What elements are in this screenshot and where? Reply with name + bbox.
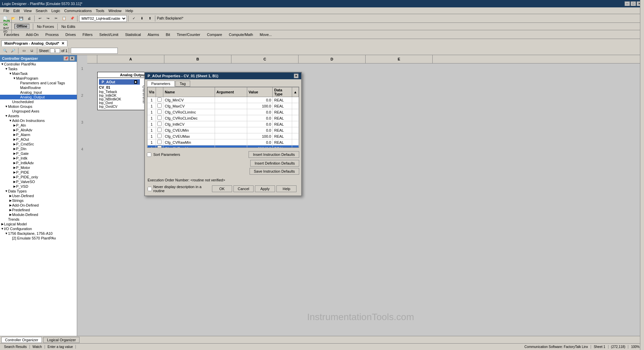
menu-view[interactable]: View	[22, 8, 34, 13]
compare-tab[interactable]: Compare	[204, 32, 225, 37]
sidebar-item-mainroutine[interactable]: MainRoutine	[0, 85, 77, 90]
table-row[interactable]: 1 Cfg_CVEUMax 100.0 REAL	[148, 133, 299, 139]
cell-check-1[interactable]	[156, 103, 163, 109]
download-btn[interactable]: ⬇	[138, 15, 146, 22]
undo-btn[interactable]: ↩	[36, 15, 44, 22]
never-display-checkbox[interactable]	[148, 187, 152, 191]
sidebar-item-strings[interactable]: ▶Strings	[0, 198, 77, 203]
select-limit-tab[interactable]: Select/Limit	[97, 32, 121, 37]
sidebar-item-predefined[interactable]: ▶Predefined	[0, 208, 77, 212]
cell-check-5[interactable]	[156, 127, 163, 133]
sidebar-item-motion_groups[interactable]: ▼Motion Groups	[0, 104, 77, 109]
sheet-input[interactable]	[50, 48, 60, 53]
sidebar-item-user_defined[interactable]: ▶User-Defined	[0, 193, 77, 198]
menu-file[interactable]: File	[1, 8, 11, 13]
sidebar-item-backplane[interactable]: ▼1756 Backplane, 1756-A10	[0, 231, 77, 236]
dialog-tab-tag[interactable]: Tag	[175, 81, 190, 87]
sidebar-item-analog_input[interactable]: Analog_Input	[0, 90, 77, 95]
sidebar-item-unscheduled[interactable]: Unscheduled	[0, 99, 77, 104]
sidebar-item-p_pide[interactable]: ▶P_PIDE	[0, 170, 77, 175]
help-button[interactable]: Help	[276, 185, 297, 192]
cell-check-2[interactable]	[156, 109, 163, 115]
sidebar-item-p_aln[interactable]: ▶P_Aln	[0, 123, 77, 128]
table-row[interactable]: 1 Cfg_CVRoCLimDec 0.0 REAL	[148, 115, 299, 121]
table-row[interactable]: 1 Cfg_CVRawMax 30840.0 REAL	[148, 145, 299, 148]
right-scrollbar[interactable]	[640, 0, 644, 350]
sidebar-item-io_configuration[interactable]: ▼I/O Configuration	[0, 226, 77, 231]
sidebar-item-p_vsd[interactable]: ▶P_VSD	[0, 184, 77, 189]
maximize-btn[interactable]: □	[631, 1, 636, 6]
zoom-out-btn[interactable]: 🔍	[1, 47, 9, 54]
alarms-tab[interactable]: Alarms	[145, 32, 162, 37]
sidebar-item-ungrouped_axes[interactable]: Ungrouped Axes	[0, 109, 77, 114]
sidebar-item-addon_instructions[interactable]: ▼Add-On Instructions	[0, 118, 77, 123]
cell-check-3[interactable]	[156, 115, 163, 121]
sidebar-item-p_motor[interactable]: ▶P_Motor	[0, 165, 77, 170]
fav-tab[interactable]: Favorites	[1, 32, 22, 37]
sidebar-item-addon_defined[interactable]: ▶Add-On-Defined	[0, 203, 77, 208]
dialog-tab-parameters[interactable]: Parameters	[147, 81, 175, 87]
copy-btn[interactable]: 📋	[60, 15, 68, 22]
table-row[interactable]: 1 Cfg_MinCV 0.0 REAL	[148, 97, 299, 103]
menu-tools[interactable]: Tools	[94, 8, 106, 13]
sidebar-item-p_pide_only[interactable]: ▶P_PIDE_only	[0, 175, 77, 179]
sidebar-close-btn[interactable]: ✕	[69, 56, 75, 61]
sidebar-item-mainprogram[interactable]: ▼MainProgram	[0, 76, 77, 81]
watch-label[interactable]: Watch	[30, 345, 45, 349]
sidebar-item-p_intlkadv[interactable]: ▶P_IntlkAdv	[0, 161, 77, 165]
sidebar-item-p_gate[interactable]: ▶P_Gate	[0, 151, 77, 156]
menu-communications[interactable]: Communications	[62, 8, 94, 13]
timer-counter-tab[interactable]: Timer/Counter	[174, 32, 203, 37]
dialog-close-btn[interactable]: ✕	[294, 74, 299, 78]
save-btn[interactable]: 💾	[17, 15, 25, 22]
verify-btn[interactable]: ✓	[130, 15, 138, 22]
table-row[interactable]: 1 Cfg_IntlkCV 0.0 REAL	[148, 121, 299, 127]
cell-check-0[interactable]	[156, 97, 163, 103]
menu-window[interactable]: Window	[106, 8, 123, 13]
apply-button[interactable]: Apply	[255, 185, 275, 192]
branch-btn[interactable]: ⊔	[28, 47, 36, 54]
sidebar-item-p_alarm[interactable]: ▶P_Alarm	[0, 132, 77, 137]
bit-tab[interactable]: Bit	[163, 32, 173, 37]
bottom-tab-controller[interactable]: Controller Organizer	[1, 337, 42, 343]
addon-tab[interactable]: Add-On	[23, 32, 41, 37]
sidebar-item-tasks[interactable]: ▼Tasks	[0, 67, 77, 71]
sidebar-item-analog_output[interactable]: Analog_Output	[0, 95, 77, 99]
cell-check-4[interactable]	[156, 121, 163, 127]
sidebar-item-p_valveso[interactable]: ▶P_ValveSO	[0, 179, 77, 184]
sidebar-item-p_intlk[interactable]: ▶P_Intlk	[0, 156, 77, 161]
zoom-in-btn[interactable]: 🔎	[9, 47, 17, 54]
print-btn[interactable]: 🖨	[25, 15, 33, 22]
compute-math-tab[interactable]: Compute/Math	[226, 32, 256, 37]
sidebar-item-emulate[interactable]: [2] Emulate 5570 PlantPAx	[0, 236, 77, 240]
sidebar-pin-btn[interactable]: 📌	[63, 56, 69, 61]
sidebar-item-p_din[interactable]: ▶P_DIn	[0, 146, 77, 151]
menu-logic[interactable]: Logic	[49, 8, 62, 13]
table-row[interactable]: 1 Cfg_CVRoCLimInc 0.0 REAL	[148, 109, 299, 115]
sidebar-item-module_defined[interactable]: ▶Module-Defined	[0, 212, 77, 217]
statistical-tab[interactable]: Statistical	[122, 32, 144, 37]
redo-btn[interactable]: ↪	[44, 15, 52, 22]
sheet-search[interactable]	[71, 48, 118, 54]
search-results[interactable]: Search Results	[1, 345, 30, 349]
process-tab[interactable]: Process	[43, 32, 61, 37]
dialog-title-bar[interactable]: P_AOut Properties - CV_01 (Sheet 1, B1) …	[145, 73, 301, 79]
sidebar-item-p_cmdsrc[interactable]: ▶P_CmdSrc	[0, 142, 77, 146]
sidebar-item-params[interactable]: Parameters and Local Tags	[0, 81, 77, 85]
sidebar-item-trends[interactable]: Trends	[0, 217, 77, 222]
sort-params-checkbox[interactable]	[147, 152, 151, 157]
table-row[interactable]: 1 Cfg_MaxCV 100.0 REAL	[148, 103, 299, 109]
drives-tab[interactable]: Drives	[63, 32, 78, 37]
sidebar-item-data_types[interactable]: ▼Data Types	[0, 189, 77, 193]
sidebar-item-assets[interactable]: ▼Assets	[0, 114, 77, 118]
sidebar-item-p_alnadv[interactable]: ▶P_AlnAdv	[0, 128, 77, 132]
sidebar-item-controller[interactable]: ▼Controller PlantPAx	[0, 62, 77, 67]
bottom-tab-logical[interactable]: Logical Organizer	[43, 337, 79, 343]
menu-edit[interactable]: Edit	[11, 8, 22, 13]
cell-check-7[interactable]	[156, 139, 163, 145]
minimize-btn[interactable]: ─	[625, 1, 630, 6]
rung-btn[interactable]: ▭	[20, 47, 28, 54]
dropdown-select[interactable]: MMT02_LiqHeatEnable	[79, 15, 127, 22]
menu-search[interactable]: Search	[34, 8, 49, 13]
ao-name-bar[interactable]: P_AOut ■	[99, 79, 140, 85]
